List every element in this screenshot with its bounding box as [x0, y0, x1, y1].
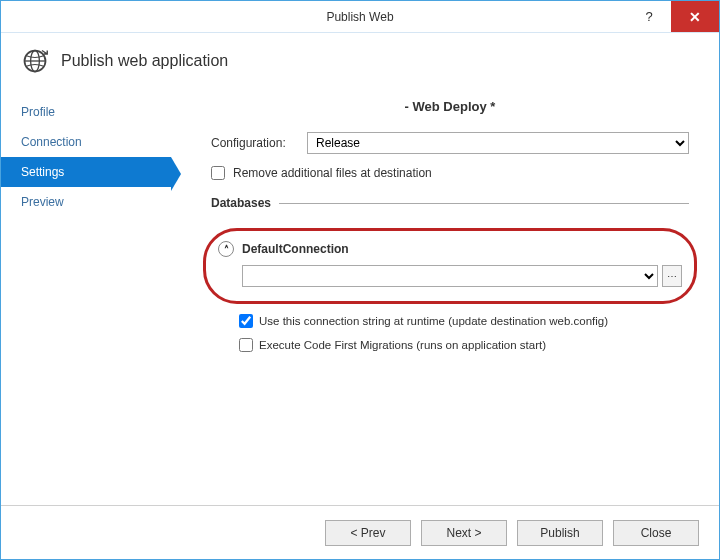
chevron-up-icon[interactable]: ˄	[218, 241, 234, 257]
remove-files-checkbox[interactable]	[211, 166, 225, 180]
use-runtime-checkbox[interactable]	[239, 314, 253, 328]
code-first-row: Execute Code First Migrations (runs on a…	[239, 338, 689, 352]
globe-icon	[21, 47, 49, 75]
remove-files-label: Remove additional files at destination	[233, 166, 432, 180]
use-runtime-row: Use this connection string at runtime (u…	[239, 314, 689, 328]
prev-button[interactable]: < Prev	[325, 520, 411, 546]
databases-section-title: Databases	[211, 196, 689, 210]
sidebar-item-settings[interactable]: Settings	[1, 157, 171, 187]
sidebar-item-connection[interactable]: Connection	[1, 127, 171, 157]
publish-button[interactable]: Publish	[517, 520, 603, 546]
use-runtime-label: Use this connection string at runtime (u…	[259, 315, 608, 327]
dialog-footer: < Prev Next > Publish Close	[1, 505, 719, 559]
code-first-checkbox[interactable]	[239, 338, 253, 352]
connection-browse-button[interactable]: ⋯	[662, 265, 682, 287]
divider	[279, 203, 689, 204]
code-first-label: Execute Code First Migrations (runs on a…	[259, 339, 546, 351]
titlebar: Publish Web ? ✕	[1, 1, 719, 33]
databases-label: Databases	[211, 196, 271, 210]
sidebar-item-profile[interactable]: Profile	[1, 97, 171, 127]
dialog-window: Publish Web ? ✕ Publish web application …	[0, 0, 720, 560]
next-button[interactable]: Next >	[421, 520, 507, 546]
window-title: Publish Web	[326, 10, 393, 24]
connection-string-row: ⋯	[242, 265, 682, 287]
default-connection-highlight: ˄ DefaultConnection ⋯	[203, 228, 697, 304]
close-window-button[interactable]: ✕	[671, 1, 719, 32]
dialog-body: Profile Connection Settings Preview - We…	[1, 85, 719, 497]
configuration-select[interactable]: Release	[307, 132, 689, 154]
configuration-row: Configuration: Release	[211, 132, 689, 154]
help-button[interactable]: ?	[627, 1, 671, 32]
configuration-label: Configuration:	[211, 136, 297, 150]
deploy-heading: - Web Deploy *	[211, 99, 689, 114]
connection-name: DefaultConnection	[242, 242, 349, 256]
main-panel: - Web Deploy * Configuration: Release Re…	[171, 85, 719, 497]
dialog-header: Publish web application	[1, 33, 719, 85]
connection-header: ˄ DefaultConnection	[218, 241, 682, 257]
connection-string-select[interactable]	[242, 265, 658, 287]
sidebar-item-preview[interactable]: Preview	[1, 187, 171, 217]
dialog-title: Publish web application	[61, 52, 228, 70]
window-controls: ? ✕	[627, 1, 719, 32]
sidebar: Profile Connection Settings Preview	[1, 85, 171, 497]
close-button[interactable]: Close	[613, 520, 699, 546]
remove-files-row: Remove additional files at destination	[211, 166, 689, 180]
